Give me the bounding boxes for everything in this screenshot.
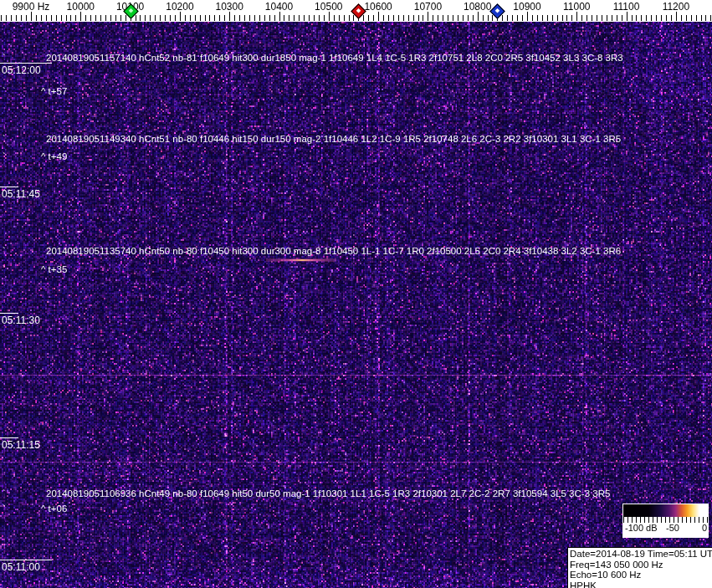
waterfall-overlays: 05:12:0005:11:4505:11:3005:11:1505:11:00…: [0, 0, 712, 588]
scale-label-min: -100 dB: [625, 523, 658, 533]
freq-tick: [463, 15, 464, 21]
freq-tick: [686, 15, 687, 21]
freq-tick: [398, 15, 399, 21]
time-axis-tick: [0, 437, 18, 438]
time-axis-tick: [0, 313, 18, 314]
freq-tick: [527, 12, 528, 21]
freq-tick: [136, 15, 136, 21]
freq-tick: [566, 15, 567, 21]
freq-tick: [175, 15, 176, 21]
freq-tick: [512, 15, 513, 21]
freq-tick: [502, 15, 503, 21]
freq-tick: [120, 15, 121, 21]
freq-tick: [200, 15, 201, 21]
freq-tick: [56, 15, 57, 21]
event-log-line: 20140819051157140 hCnt52 nb-81 f10649 hi…: [46, 53, 623, 63]
freq-tick: [413, 15, 414, 21]
freq-tick: [264, 15, 265, 21]
freq-tick: [403, 15, 404, 21]
freq-tick: [587, 15, 587, 21]
freq-tick: [170, 15, 171, 21]
freq-tick: [547, 15, 548, 21]
freq-tick: [319, 15, 320, 21]
freq-tick: [492, 15, 493, 21]
time-label: 05:11:15: [2, 439, 40, 451]
freq-tick: [224, 15, 225, 21]
freq-tick: [299, 15, 300, 21]
freq-tick: [214, 15, 215, 21]
freq-tick: [562, 15, 563, 21]
freq-tick: [557, 15, 558, 21]
freq-tick: [31, 12, 32, 21]
freq-tick: [453, 15, 453, 21]
frequency-ruler[interactable]: 9900 Hz100001010010200103001040010500106…: [0, 0, 712, 22]
freq-tick: [334, 15, 335, 21]
freq-tick: [274, 15, 275, 21]
freq-tick-label: 10400: [265, 1, 293, 13]
event-time-tag: ^ t+49: [41, 151, 67, 161]
freq-tick-label: 9900 Hz: [13, 1, 50, 13]
freq-tick: [1, 15, 2, 21]
color-scale-ticks: [623, 517, 708, 523]
freq-tick: [418, 15, 419, 21]
freq-tick: [676, 12, 677, 21]
freq-tick: [140, 15, 141, 21]
marker-diamond-red-center: [356, 8, 361, 13]
freq-tick-label: 11100: [613, 1, 640, 13]
freq-tick-label: 10200: [166, 1, 193, 13]
freq-tick: [705, 15, 706, 21]
time-axis-tick: [0, 560, 52, 560]
freq-tick: [259, 15, 260, 21]
freq-tick: [393, 15, 394, 21]
freq-tick: [349, 15, 350, 21]
event-edge-mark: `: [3, 151, 6, 161]
freq-tick: [70, 15, 71, 21]
freq-tick: [517, 15, 518, 21]
freq-tick: [329, 12, 330, 21]
freq-tick: [632, 15, 633, 21]
freq-tick: [522, 15, 523, 21]
color-scale-labels: -100 dB -50 0: [622, 523, 709, 534]
freq-tick: [552, 15, 553, 21]
spectrogram-window: 9900 Hz100001010010200103001040010500106…: [0, 0, 712, 588]
freq-tick: [710, 15, 711, 21]
freq-tick: [507, 15, 508, 21]
freq-tick: [304, 15, 305, 21]
freq-tick: [592, 15, 592, 21]
freq-tick: [612, 15, 612, 21]
freq-tick: [438, 15, 438, 21]
event-time-tag: ^ t+35: [41, 264, 67, 274]
freq-tick: [696, 15, 697, 21]
freq-tick: [701, 15, 702, 21]
freq-tick: [363, 15, 364, 21]
freq-tick: [373, 15, 374, 21]
freq-tick: [209, 15, 210, 21]
marker-diamond-blue-center: [495, 8, 500, 13]
freq-tick: [488, 15, 489, 21]
freq-tick: [448, 15, 448, 21]
freq-tick: [671, 15, 672, 21]
time-axis-tick: [0, 187, 18, 187]
freq-tick: [110, 15, 111, 21]
freq-tick: [51, 15, 52, 21]
event-time-tag: ^ t+06: [41, 504, 67, 514]
freq-tick: [26, 15, 27, 21]
freq-tick: [90, 15, 91, 21]
freq-tick: [478, 12, 479, 21]
freq-tick: [641, 15, 642, 21]
freq-tick: [155, 15, 156, 21]
freq-tick: [483, 15, 484, 21]
freq-tick: [458, 15, 458, 21]
freq-tick: [249, 15, 250, 21]
freq-tick: [597, 15, 597, 21]
freq-tick-label: 10300: [216, 1, 243, 13]
db-color-scale: -100 dB -50 0: [622, 504, 709, 538]
freq-tick: [576, 12, 577, 21]
freq-tick: [100, 15, 101, 21]
event-edge-mark: `: [3, 86, 6, 96]
freq-tick: [16, 15, 17, 21]
freq-tick: [75, 15, 76, 21]
freq-tick: [339, 15, 340, 21]
event-edge-mark: `: [3, 134, 6, 144]
event-edge-mark: `: [3, 264, 6, 274]
